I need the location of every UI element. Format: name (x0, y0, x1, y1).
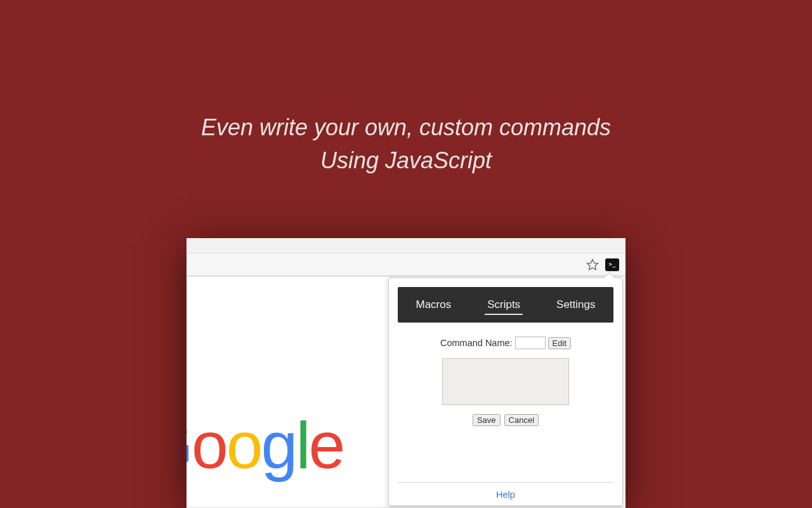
command-name-row: Command Name: Edit (398, 337, 613, 349)
cancel-button[interactable]: Cancel (504, 414, 539, 426)
tab-macros[interactable]: Macros (413, 295, 454, 315)
browser-window: >_ Google Macros Scripts Settings Comman… (187, 238, 625, 508)
terminal-glyph: >_ (609, 262, 616, 267)
headline-line-2: Using JavaScript (0, 144, 812, 177)
google-logo: Google (187, 412, 343, 478)
logo-letter: e (309, 408, 344, 482)
terminal-extension-icon[interactable]: >_ (605, 258, 619, 271)
help-link[interactable]: Help (496, 490, 515, 500)
tab-scripts[interactable]: Scripts (485, 295, 523, 315)
command-name-input[interactable] (515, 337, 546, 349)
save-button[interactable]: Save (473, 414, 501, 426)
browser-address-bar: >_ (187, 253, 625, 276)
search-box-top-border (187, 507, 625, 507)
logo-letter: l (296, 408, 308, 482)
logo-letter: o (226, 408, 261, 482)
popup-tabbar: Macros Scripts Settings (398, 287, 613, 323)
logo-letter: G (187, 408, 192, 482)
headline-line-1: Even write your own, custom commands (0, 111, 812, 144)
script-textarea[interactable] (442, 358, 569, 405)
browser-tab-strip (187, 238, 625, 253)
star-icon[interactable] (586, 258, 599, 271)
popup-body: Command Name: Edit Save Cancel (389, 323, 622, 426)
logo-letter: o (192, 408, 226, 482)
promo-headline: Even write your own, custom commands Usi… (0, 111, 812, 177)
logo-letter: g (261, 408, 296, 482)
extension-popup: Macros Scripts Settings Command Name: Ed… (388, 277, 623, 506)
edit-button[interactable]: Edit (548, 337, 571, 349)
save-cancel-row: Save Cancel (398, 414, 613, 426)
svg-marker-0 (587, 260, 598, 270)
tab-settings[interactable]: Settings (554, 295, 598, 315)
command-name-label: Command Name: (440, 338, 513, 348)
popup-footer: Help (398, 482, 613, 500)
